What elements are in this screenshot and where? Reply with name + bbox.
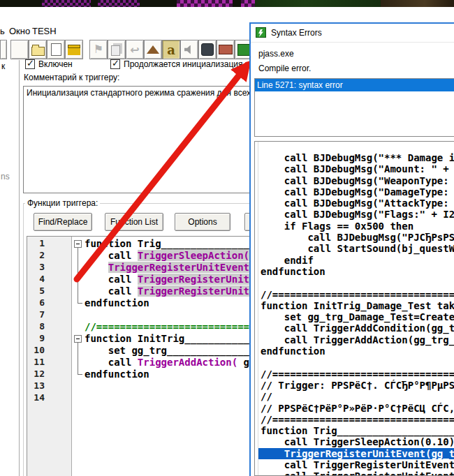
campaign-editor-button[interactable]	[217, 40, 235, 59]
dialog-code-line[interactable]: //	[258, 391, 454, 402]
dialog-code-box: call BJDebugMsg("*** Damage info call BJ…	[254, 141, 454, 476]
terrain-editor-icon	[147, 45, 159, 54]
dialog-code-line[interactable]: set gg_trg_Damage_Test=CreateTrig	[258, 311, 454, 322]
new-document-button[interactable]	[47, 40, 65, 59]
script-text-icon: a	[167, 43, 175, 57]
dialog-code-line[interactable]	[258, 357, 454, 368]
dialog-code-line[interactable]: //====================================	[258, 289, 454, 300]
options-button[interactable]: Options	[175, 213, 230, 231]
menu-item-tesh[interactable]: TESH	[32, 26, 57, 36]
dialog-code-line[interactable]: call BJDebugMsg("WeaponType: " +	[258, 175, 454, 186]
fold-toggle-icon[interactable]	[74, 335, 82, 343]
groupbox-border	[23, 204, 24, 476]
dialog-code-line[interactable]: // Trigger: PPSPëC†. CЃCЂP°P¶PµPSPëCҐ	[258, 380, 454, 391]
game-texture	[241, 0, 255, 7]
dialog-title: Syntax Errors	[271, 28, 322, 38]
dialog-code-line[interactable]: function InitTrig_Damage_Test takes n	[258, 300, 454, 311]
tesh-app-icon	[256, 27, 266, 38]
dialog-code-line[interactable]: // PPSPëC†PëP°P»PëP·P°C†PëCЦ CЃC,P°PS	[258, 403, 454, 414]
dialog-code-line[interactable]: //====================================	[258, 369, 454, 380]
game-texture	[177, 0, 233, 7]
dialog-code-line[interactable]: //====================================	[258, 414, 454, 425]
line-number: 6	[27, 297, 72, 309]
dialog-code-line[interactable]: call BJDebugMsg("DamageType: " +	[258, 186, 454, 198]
line-number: 1	[27, 238, 72, 250]
enabled-checkbox[interactable]: Включен	[25, 59, 73, 69]
world-editor-screen: ь Окно TESH ⚑↩a к ns Включен Продолжаетс…	[0, 0, 454, 476]
dialog-code-line[interactable]	[258, 277, 454, 288]
undo-icon: ↩	[130, 43, 139, 57]
checkbox-check-icon[interactable]	[25, 59, 35, 69]
fold-connector	[78, 374, 82, 375]
syntax-errors-dialog: Syntax Errors pjass.exe Compile error. L…	[249, 22, 454, 476]
dialog-code-line[interactable]: call BJDebugMsg("AttackType: " +	[258, 198, 454, 209]
checkbox-check-icon[interactable]	[110, 59, 120, 69]
fold-column	[72, 285, 85, 297]
line-number: 10	[27, 345, 72, 357]
menu-item-partial[interactable]: ь	[0, 26, 5, 36]
dialog-code-line[interactable]: call TriggerRegisterUnitEvent(gg	[258, 470, 454, 475]
fold-toggle-icon[interactable]	[74, 240, 82, 248]
compiler-name: pjass.exe	[258, 49, 294, 59]
fold-column	[72, 250, 85, 262]
fold-connector	[78, 343, 78, 374]
dialog-title-bar[interactable]: Syntax Errors	[251, 24, 454, 43]
campaign-editor-icon	[219, 45, 233, 54]
functions-groupbox-label: Функции триггера:	[25, 198, 100, 208]
line-number: 13	[27, 380, 72, 392]
function-list-button[interactable]: Function List	[105, 213, 163, 231]
fold-column	[72, 309, 85, 321]
panel-divider[interactable]	[19, 60, 20, 476]
trigger-editor-button[interactable]	[65, 40, 83, 59]
dialog-code-line[interactable]: call TriggerAddCondition(gg_trg_D	[258, 322, 454, 334]
dialog-code-line[interactable]: call BJDebugMsg("Flags:" + I2S(F	[258, 209, 454, 220]
dialog-code-line[interactable]: call BJDebugMsg("PJCЂPsPS Pµ	[258, 232, 454, 243]
fold-column	[72, 262, 85, 274]
terrain-editor-button[interactable]	[144, 40, 162, 59]
game-texture	[42, 0, 91, 7]
fold-column	[72, 274, 85, 285]
game-texture	[381, 0, 454, 7]
dialog-code-line[interactable]: endfunction	[258, 266, 454, 277]
game-preview-strip	[0, 0, 454, 7]
line-number: 12	[27, 369, 72, 380]
tree-item-fragment: к	[1, 61, 5, 71]
line-number: 8	[27, 321, 72, 333]
line-number: 2	[27, 250, 72, 262]
error-list-item[interactable]: Line 5271: syntax error	[255, 79, 454, 91]
run-on-init-checkbox[interactable]: Продолжается инициализация карты	[110, 59, 268, 69]
find-replace-button[interactable]: Find/Replace	[34, 213, 92, 231]
line-number: 3	[27, 262, 72, 274]
enabled-checkbox-label: Включен	[38, 59, 73, 69]
fold-column	[72, 392, 85, 404]
menu-item-window[interactable]: Окно	[9, 26, 30, 36]
tree-item-fragment: ns	[1, 172, 10, 181]
sound-editor-icon	[184, 45, 195, 54]
error-list[interactable]: Line 5271: syntax error	[254, 78, 454, 137]
dialog-code-line[interactable]: call BJDebugMsg("*** Damage info	[258, 152, 454, 163]
dialog-code-pane[interactable]: call BJDebugMsg("*** Damage info call BJ…	[258, 142, 454, 475]
delete-button[interactable]	[10, 40, 29, 59]
game-texture	[98, 0, 140, 7]
dialog-code-line[interactable]: call BJDebugMsg("Amount: " + R2S	[258, 163, 454, 174]
dialog-code-line[interactable]: if Flags == 0x500 then	[258, 221, 454, 232]
test-map-button[interactable]: ⚑	[89, 40, 108, 59]
dialog-code-line[interactable]: TriggerRegisterUnitEvent(gg_trg_	[258, 448, 454, 459]
script-text-button[interactable]: a	[162, 40, 180, 59]
dialog-code-line[interactable]: endfunction	[258, 345, 454, 357]
dialog-code-line[interactable]: call TriggerSleepAction(0.10)	[258, 436, 454, 447]
dialog-code-line[interactable]: call StartSound(bj_questWarn	[258, 243, 454, 254]
fold-column	[72, 380, 85, 392]
toolbar-edge-button[interactable]	[0, 40, 7, 59]
dialog-code-line[interactable]: function Trig___________________________…	[258, 425, 454, 436]
copy-button[interactable]	[108, 40, 126, 59]
sound-editor-button[interactable]	[180, 40, 198, 59]
dialog-code-line[interactable]: endif	[258, 255, 454, 266]
object-editor-button[interactable]	[198, 40, 217, 59]
open-map-button[interactable]	[29, 40, 47, 59]
fold-column	[72, 345, 85, 357]
dialog-code-line[interactable]: call TriggerAddAction(gg_trg_Dama	[258, 334, 454, 345]
dialog-code-line[interactable]: call TriggerRegisterUnitEvent(gg	[258, 459, 454, 470]
line-number: 11	[27, 357, 72, 369]
undo-button[interactable]: ↩	[126, 40, 144, 59]
